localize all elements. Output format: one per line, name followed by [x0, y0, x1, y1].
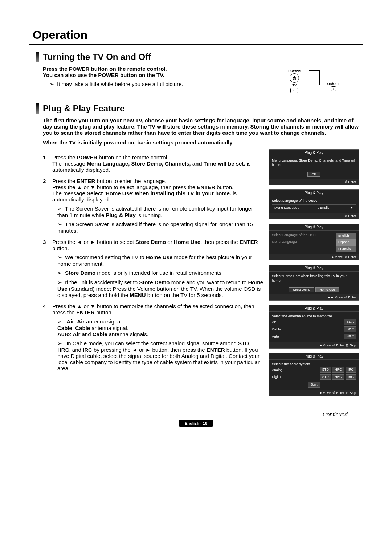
- tv-label: TV: [288, 83, 301, 87]
- onoff-label: ON/OFF: [327, 82, 340, 86]
- section-power: Turning the TV On and Off: [36, 52, 363, 62]
- chevron-right-icon: ►: [350, 205, 354, 210]
- step-2: 2 Press the ENTER button to enter the la…: [43, 178, 264, 234]
- osd-screen-1: Plug & Play Menu Language, Store Demo, C…: [269, 149, 359, 185]
- page-content-frame: Operation Turning the TV On and Off Pres…: [29, 25, 363, 426]
- power-icon: ⏻: [290, 73, 299, 83]
- osd-screen-5: Plug & Play Select the Antenna source to…: [269, 305, 359, 348]
- step3-note3: If the unit is accidentally set to Store…: [57, 279, 264, 298]
- section-plugplay: Plug & Play Feature: [36, 103, 363, 114]
- step4-note2: In Cable mode, you can select the correc…: [57, 340, 264, 371]
- remote-diagram: POWER ⏻ TV ▭ x ON/OFF ♀: [269, 66, 359, 97]
- step3-note2: Store Demo mode is only intended for use…: [57, 270, 264, 276]
- page-footer: English - 16: [29, 420, 363, 426]
- step-number: 2: [43, 178, 52, 234]
- osd-homeuse-button: Home Use: [315, 287, 339, 292]
- tv-button-icon: ▭: [290, 88, 298, 93]
- plugplay-intro2: When the TV is initially powered on, bas…: [43, 139, 359, 146]
- steps-column: 1 Press the POWER button on the remote c…: [43, 149, 264, 376]
- section-accent-bar: [36, 103, 39, 114]
- section-title: Plug & Play Feature: [43, 103, 124, 114]
- step-4: 4 Press the ▲ or ▼ button to memorize th…: [43, 303, 264, 371]
- osd-screen-4: Plug & Play Select 'Home Use' when insta…: [269, 265, 359, 301]
- enter-icon: ⏎: [344, 180, 348, 184]
- step4-note1: Air: Air antenna signal. Cable: Cable an…: [57, 318, 264, 337]
- step2-note1: The Screen Saver is activated if there i…: [57, 205, 264, 218]
- chapter-title: Operation: [29, 25, 363, 45]
- osd-screen-3: Plug & Play Select Language of the OSD. …: [269, 224, 359, 260]
- step-number: 4: [43, 303, 52, 371]
- onoff-button-icon: ♀: [331, 86, 336, 91]
- step-number: 1: [43, 154, 52, 173]
- step3-note1: We recommend setting the TV to Home Use …: [57, 254, 264, 267]
- power-note: It may take a little while before you se…: [49, 81, 264, 87]
- osd-screen-6: Plug & Play Selects the cable system. An…: [269, 353, 359, 396]
- osd-ok-button: OK: [307, 172, 320, 177]
- step-3: 3 Press the ◄ or ► button to select Stor…: [43, 239, 264, 298]
- power-instruction-2: You can also use the POWER button on the…: [43, 72, 264, 78]
- osd-screenshots-column: Plug & Play Menu Language, Store Demo, C…: [269, 149, 359, 400]
- power-label: POWER: [288, 69, 301, 73]
- section-accent-bar: [36, 52, 39, 62]
- osd-screen-2: Plug & Play Select Language of the OSD. …: [269, 189, 359, 220]
- step2-note2: The Screen Saver is activated if there i…: [57, 221, 264, 234]
- step-1: 1 Press the POWER button on the remote c…: [43, 154, 264, 173]
- power-instruction-1: Press the POWER button on the remote con…: [43, 66, 264, 72]
- enter-icon: ⏎: [344, 214, 348, 218]
- section-title: Turning the TV On and Off: [43, 52, 151, 62]
- plugplay-intro: The first time you turn on your new TV, …: [43, 117, 359, 136]
- page-number-badge: English - 16: [179, 420, 213, 427]
- osd-storedemo-button: Store Demo: [289, 287, 314, 292]
- step-number: 3: [43, 239, 52, 298]
- continued-label: Continued...: [29, 411, 352, 417]
- remote-outline-icon: [307, 69, 321, 87]
